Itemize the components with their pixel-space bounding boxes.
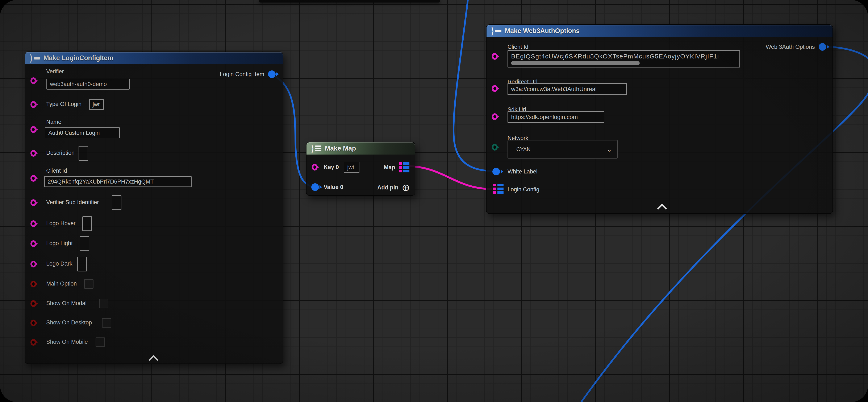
pin-label-logo-light: Logo Light — [46, 240, 73, 247]
input-pin-client-id[interactable] — [30, 175, 36, 182]
input-pin-sdk-url[interactable] — [492, 113, 498, 120]
sdk-url-field[interactable]: https://sdk.openlogin.com — [507, 111, 604, 123]
blueprint-graph-canvas[interactable]: ⟩ Make LoginConfigItem Login Config Item… — [0, 0, 868, 402]
input-pin-verifier[interactable] — [30, 77, 36, 84]
input-pin-key0[interactable] — [312, 164, 318, 171]
client-id-text: BEglQSgt4cUWcj6SKRdu5QkOXTsePmMcusG5EAoy… — [511, 53, 719, 60]
output-pin-label: Web 3Auth Options — [766, 44, 815, 50]
pin-label-logo-hover: Logo Hover — [46, 220, 75, 227]
pin-label-name: Name — [46, 119, 61, 125]
node-make-map[interactable]: ⟩ Make Map Key 0 jwt Map Value 0 Add pin — [306, 142, 415, 196]
pin-label-type-of-login: Type Of Login — [46, 101, 82, 108]
client-id-field[interactable]: BEglQSgt4cUWcj6SKRdu5QkOXTsePmMcusG5EAoy… — [507, 50, 740, 67]
network-selected-value: CYAN — [516, 146, 531, 152]
input-pin-main-option[interactable] — [30, 281, 36, 287]
input-pin-description[interactable] — [30, 150, 36, 156]
input-pin-client-id[interactable] — [492, 53, 498, 60]
main-option-checkbox[interactable] — [84, 279, 93, 289]
output-pin-label: Login Config Item — [220, 71, 264, 78]
pin-label-login-config: Login Config — [507, 186, 539, 193]
node-header-make-map[interactable]: ⟩ Make Map — [307, 142, 415, 154]
node-header-make-loginconfigitem[interactable]: ⟩ Make LoginConfigItem — [25, 52, 283, 64]
input-pin-value0[interactable] — [311, 183, 319, 191]
node-title: Make Map — [325, 145, 356, 152]
node-title: Make Web3AuthOptions — [505, 27, 580, 35]
input-pin-verifier-sub-identifier[interactable] — [30, 199, 36, 206]
pin-label-main-option: Main Option — [46, 281, 77, 287]
collapse-chevron-icon[interactable] — [657, 204, 667, 213]
output-map: Map — [384, 162, 409, 172]
input-pin-show-on-mobile[interactable] — [30, 339, 36, 346]
logo-dark-field[interactable] — [77, 257, 87, 271]
show-on-modal-checkbox[interactable] — [99, 299, 108, 308]
output-web3auth-options: Web 3Auth Options — [766, 43, 826, 51]
make-struct-icon: ⟩ — [491, 27, 501, 35]
input-pin-name[interactable] — [30, 126, 36, 133]
show-on-mobile-checkbox[interactable] — [96, 338, 105, 347]
show-on-desktop-checkbox[interactable] — [102, 318, 111, 327]
pin-label-logo-dark: Logo Dark — [46, 260, 72, 267]
logo-hover-field[interactable] — [82, 217, 92, 231]
pin-label-client-id: Client Id — [46, 168, 67, 174]
pin-label-show-on-modal: Show On Modal — [46, 300, 87, 307]
add-pin-label: Add pin — [377, 184, 398, 191]
input-pin-white-label[interactable] — [492, 168, 500, 175]
type-of-login-field[interactable]: jwt — [89, 99, 104, 110]
input-pin-logo-hover[interactable] — [30, 220, 36, 227]
input-pin-logo-dark[interactable] — [30, 261, 36, 267]
chevron-down-icon: ⌄ — [607, 146, 612, 153]
pin-label-white-label: White Label — [507, 168, 537, 175]
output-pin-map[interactable] — [399, 162, 409, 172]
verifier-field[interactable]: web3auth-auth0-demo — [46, 79, 130, 90]
pin-label-key0: Key 0 — [324, 164, 339, 171]
verifier-sub-identifier-field[interactable] — [112, 195, 121, 210]
pin-label-value0: Value 0 — [324, 184, 343, 191]
input-pin-login-config[interactable] — [493, 184, 503, 194]
input-pin-logo-light[interactable] — [30, 240, 36, 247]
logo-light-field[interactable] — [80, 236, 89, 251]
output-pin-label: Map — [384, 164, 395, 171]
blueprint-editor: ⟩ Make LoginConfigItem Login Config Item… — [0, 0, 868, 402]
name-field[interactable]: Auth0 Custom Login — [45, 127, 120, 138]
node-make-web3authoptions[interactable]: ⟩ Make Web3AuthOptions Web 3Auth Options… — [486, 24, 833, 214]
client-id-field[interactable]: 294QRkchfq2YaXUbPri7D6PH7xzHgQMT — [44, 176, 192, 187]
output-login-config-item: Login Config Item — [220, 70, 276, 78]
node-title: Make LoginConfigItem — [43, 54, 113, 62]
offscreen-node-edge — [259, 0, 440, 2]
description-field[interactable] — [79, 146, 88, 161]
network-dropdown[interactable]: CYAN ⌄ — [507, 140, 618, 159]
input-pin-show-on-desktop[interactable] — [30, 320, 36, 326]
output-pin-login-config-item[interactable] — [268, 70, 276, 78]
pin-label-verifier-sub-identifier: Verifier Sub Identifier — [46, 199, 99, 206]
collapse-chevron-icon[interactable] — [149, 355, 158, 365]
add-pin-row[interactable]: Add pin ⊕ — [377, 183, 410, 192]
pin-label-description: Description — [46, 150, 74, 156]
make-struct-icon: ⟩ — [30, 54, 40, 62]
redirect-url-field[interactable]: w3a://com.w3a.Web3AuthUnreal — [507, 83, 627, 95]
pin-label-show-on-mobile: Show On Mobile — [46, 339, 88, 345]
input-pin-redirect-url[interactable] — [492, 85, 498, 92]
node-make-loginconfigitem[interactable]: ⟩ Make LoginConfigItem Login Config Item… — [25, 52, 283, 364]
add-pin-icon[interactable]: ⊕ — [402, 183, 410, 192]
pin-label-verifier: Verifier — [46, 68, 64, 75]
pin-label-client-id: Client Id — [507, 44, 528, 50]
input-pin-show-on-modal[interactable] — [30, 300, 36, 307]
key0-field[interactable]: jwt — [344, 162, 360, 173]
wire-map-to-loginconfig[interactable] — [409, 166, 492, 189]
make-map-icon: ⟩ — [311, 144, 321, 153]
input-pin-type-of-login[interactable] — [30, 101, 36, 108]
input-pin-network[interactable] — [492, 144, 498, 150]
client-id-scrollbar[interactable] — [511, 61, 640, 65]
node-header-make-web3authoptions[interactable]: ⟩ Make Web3AuthOptions — [487, 25, 833, 37]
pin-label-show-on-desktop: Show On Desktop — [46, 319, 92, 326]
output-pin-web3auth-options[interactable] — [818, 43, 826, 51]
